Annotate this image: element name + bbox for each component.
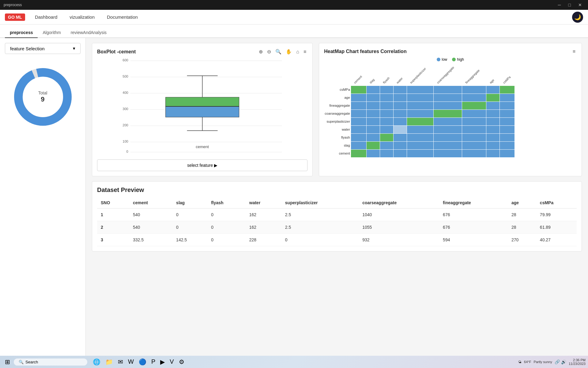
- menu-dashboard[interactable]: Dashboard: [32, 13, 60, 21]
- svg-rect-21: [166, 97, 239, 106]
- subnav-reviewandanalysis[interactable]: reviewAndAnalysis: [66, 28, 112, 38]
- heatmap-cell: [486, 149, 500, 157]
- table-col-header: SNO: [97, 197, 129, 209]
- table-cell: 162: [246, 209, 281, 221]
- table-col-header: slag: [172, 197, 207, 209]
- table-cell: 540: [129, 209, 172, 221]
- taskbar-files-icon[interactable]: 📁: [104, 357, 115, 367]
- close-button[interactable]: ✕: [576, 2, 584, 8]
- start-button[interactable]: ⊞: [2, 357, 13, 367]
- heatmap-cell: [407, 133, 433, 141]
- heatmap-cell: [500, 109, 515, 117]
- heatmap-cell: [351, 94, 366, 102]
- table-row: 2540001622.510556762861.89: [97, 221, 577, 234]
- menu-vizualization[interactable]: vizualization: [67, 13, 97, 21]
- heatmap-cell: [462, 133, 486, 141]
- table-cell: 1: [97, 209, 129, 221]
- taskbar-word-icon[interactable]: W: [126, 357, 136, 367]
- taskbar-terminal-icon[interactable]: ▶: [158, 357, 167, 367]
- magnify-icon[interactable]: 🔍: [274, 48, 283, 55]
- donut-center: Total 9: [38, 90, 47, 103]
- subnav-preprocess[interactable]: preprocess: [5, 28, 38, 38]
- select-feature-button[interactable]: select feature ▶: [97, 159, 307, 171]
- heatmap-cell: [500, 149, 515, 157]
- menu-icon[interactable]: ≡: [302, 48, 307, 55]
- heatmap-cell: [500, 94, 515, 102]
- dark-mode-button[interactable]: 🌙: [572, 12, 583, 23]
- heatmap-cell: [393, 102, 407, 109]
- table-cell: 79.99: [536, 209, 577, 221]
- go-ml-badge[interactable]: GO ML: [5, 13, 25, 21]
- legend-low: low: [437, 57, 447, 62]
- boxplot-svg: 600 500 400 300 200 100 0: [97, 58, 307, 156]
- table-col-header: coarseaggregate: [359, 197, 439, 209]
- pan-icon[interactable]: ✋: [285, 48, 293, 55]
- svg-text:0: 0: [126, 150, 128, 153]
- heatmap-table: cementslagflyashwatersuperplasticizercoa…: [324, 64, 515, 158]
- table-cell: 2: [97, 221, 129, 234]
- minimize-button[interactable]: ─: [556, 2, 564, 8]
- heatmap-cell: [351, 102, 366, 109]
- title-bar-controls: ─ □ ✕: [556, 2, 584, 8]
- heatmap-cell: [380, 133, 393, 141]
- heatmap-cell: [351, 109, 366, 117]
- heatmap-cell: [500, 125, 515, 133]
- heatmap-cell: [462, 102, 486, 109]
- heatmap-cell: [380, 94, 393, 102]
- taskbar-settings-icon[interactable]: ⚙: [177, 357, 186, 367]
- heatmap-cell: [462, 141, 486, 149]
- table-col-header: superplasticizer: [281, 197, 359, 209]
- heatmap-cell: [366, 141, 380, 149]
- taskbar-search[interactable]: 🔍 Search: [14, 358, 87, 366]
- heatmap-cell: [366, 94, 380, 102]
- menu-documentation[interactable]: Documentation: [104, 13, 140, 21]
- taskbar-vscode-icon[interactable]: V: [168, 357, 175, 367]
- table-cell: 2.5: [281, 221, 359, 234]
- heatmap-cell: [500, 86, 515, 94]
- heatmap-cell: [380, 102, 393, 109]
- heatmap-cell: [380, 149, 393, 157]
- heatmap-cell: [407, 94, 433, 102]
- heatmap-cell: [407, 117, 433, 125]
- heatmap-row: age: [324, 94, 514, 102]
- home-icon[interactable]: ⌂: [295, 48, 300, 55]
- boxplot-icons: ⊕ ⊖ 🔍 ✋ ⌂ ≡: [258, 48, 307, 55]
- zoom-out-icon[interactable]: ⊖: [266, 48, 272, 55]
- donut-total-label: Total: [38, 90, 47, 95]
- heatmap-grid: cementslagflyashwatersuperplasticizercoa…: [324, 64, 577, 158]
- heatmap-cell: [462, 109, 486, 117]
- subnav-algorithm[interactable]: Algorithm: [38, 28, 66, 38]
- table-cell: 676: [439, 209, 508, 221]
- feature-selection-dropdown[interactable]: feature Selection ▾: [5, 43, 81, 54]
- zoom-in-icon[interactable]: ⊕: [258, 48, 264, 55]
- heatmap-row: flyash: [324, 133, 514, 141]
- dropdown-chevron-icon: ▾: [73, 46, 75, 51]
- svg-text:300: 300: [123, 107, 128, 111]
- svg-text:600: 600: [123, 58, 128, 62]
- taskbar-powerpoint-icon[interactable]: P: [149, 357, 157, 367]
- heatmap-legend: low high: [324, 57, 577, 62]
- table-cell: 3: [97, 234, 129, 246]
- heatmap-cell: [486, 141, 500, 149]
- heatmap-cell: [380, 86, 393, 94]
- app-name: preprocess: [4, 3, 22, 7]
- boxplot-wrapper: 600 500 400 300 200 100 0: [97, 58, 307, 156]
- taskbar-mail-icon[interactable]: ✉: [116, 357, 125, 367]
- moon-icon: 🌙: [574, 14, 581, 21]
- taskbar: ⊞ 🔍 Search 🌐 📁 ✉ W 🔵 P ▶ V ⚙ 🌤 64°F Part…: [0, 356, 588, 368]
- dataset-section: Dataset Preview SNOcementslagflyashwater…: [92, 181, 582, 251]
- heatmap-cell: [393, 86, 407, 94]
- heatmap-cell: [486, 117, 500, 125]
- heatmap-cell: [434, 141, 462, 149]
- heatmap-menu-icon[interactable]: ≡: [571, 48, 577, 55]
- taskbar-chrome-icon[interactable]: 🔵: [137, 357, 148, 367]
- heatmap-cell: [366, 149, 380, 157]
- heatmap-cell: [462, 125, 486, 133]
- svg-text:200: 200: [123, 123, 128, 127]
- table-cell: 270: [508, 234, 536, 246]
- table-col-header: cement: [129, 197, 172, 209]
- taskbar-browser-icon[interactable]: 🌐: [91, 357, 102, 367]
- table-col-header: csMPa: [536, 197, 577, 209]
- table-cell: 2.5: [281, 209, 359, 221]
- maximize-button[interactable]: □: [566, 2, 573, 8]
